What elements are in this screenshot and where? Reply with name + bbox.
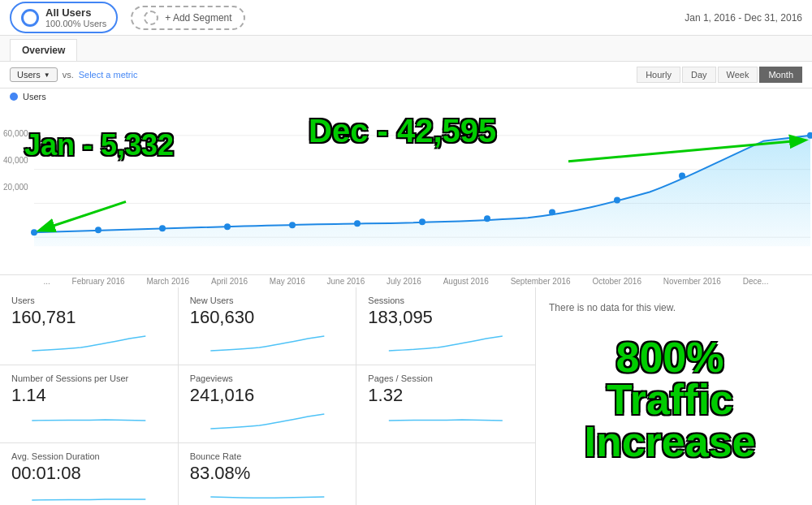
chart-legend: Users bbox=[0, 88, 812, 105]
vs-label: vs. bbox=[63, 70, 74, 80]
time-btn-week[interactable]: Week bbox=[718, 67, 758, 83]
sparkline-avg-duration bbox=[11, 487, 166, 505]
annotation-jan: Jan - 5,332 bbox=[24, 129, 174, 162]
stat-card-bounce-rate: Bounce Rate 83.08% bbox=[179, 443, 357, 505]
segment-info: All Users 100.00% Users bbox=[45, 6, 106, 28]
stat-label-sessions-per-user: Number of Sessions per User bbox=[11, 373, 166, 383]
stat-value-pageviews: 241,016 bbox=[190, 385, 345, 406]
select-metric-link[interactable]: Select a metric bbox=[79, 70, 138, 80]
segment-icon bbox=[21, 9, 39, 27]
x-label-oct: October 2016 bbox=[592, 277, 641, 286]
svg-point-9 bbox=[354, 220, 361, 227]
add-segment-circle-icon bbox=[144, 11, 158, 25]
segment-name: All Users bbox=[45, 6, 106, 19]
sparkline-pageviews bbox=[190, 409, 345, 432]
time-btn-hourly[interactable]: Hourly bbox=[637, 67, 680, 83]
stat-value-avg-duration: 00:01:08 bbox=[11, 463, 166, 484]
date-range: Jan 1, 2016 - Dec 31, 2016 bbox=[685, 12, 802, 24]
chevron-down-icon: ▼ bbox=[44, 71, 50, 79]
annotation-dec: Dec - 42,595 bbox=[309, 113, 496, 149]
stat-label-pages-per-session: Pages / Session bbox=[368, 373, 524, 383]
stat-label-sessions: Sessions bbox=[368, 296, 524, 305]
sparkline-pages-per-session bbox=[368, 409, 524, 432]
no-data-text: There is no data for this view. bbox=[549, 302, 676, 313]
x-label-jul: July 2016 bbox=[387, 277, 421, 286]
x-label-apr: April 2016 bbox=[211, 277, 248, 286]
sparkline-new-users bbox=[190, 331, 345, 354]
svg-line-16 bbox=[41, 201, 126, 230]
x-label-0: ... bbox=[43, 277, 50, 286]
time-buttons: Hourly Day Week Month bbox=[637, 67, 802, 83]
sparkline-sessions bbox=[368, 331, 524, 354]
svg-point-10 bbox=[419, 218, 425, 225]
add-segment-button[interactable]: + Add Segment bbox=[131, 6, 244, 30]
svg-point-6 bbox=[159, 225, 166, 231]
x-label-feb: February 2016 bbox=[72, 277, 125, 286]
chart-area: 60,000 40,000 20,000 bbox=[0, 105, 812, 275]
metric-label: Users bbox=[17, 70, 41, 80]
svg-point-5 bbox=[95, 227, 102, 233]
add-segment-label: + Add Segment bbox=[165, 12, 231, 24]
stat-label-bounce-rate: Bounce Rate bbox=[190, 451, 345, 461]
stat-card-avg-duration: Avg. Session Duration 00:01:08 bbox=[0, 443, 179, 505]
stats-section: Users 160,781 New Users 160,630 Sessions… bbox=[0, 287, 812, 505]
svg-point-7 bbox=[224, 223, 231, 230]
x-label-may: May 2016 bbox=[270, 277, 305, 286]
sparkline-bounce-rate bbox=[190, 487, 345, 505]
stat-card-pageviews: Pageviews 241,016 bbox=[179, 365, 357, 443]
tab-bar: Overview bbox=[0, 36, 812, 62]
sparkline-users bbox=[11, 331, 166, 354]
stat-value-users: 160,781 bbox=[11, 307, 166, 328]
stat-value-sessions: 183,095 bbox=[368, 307, 524, 328]
metric-dropdown[interactable]: Users ▼ bbox=[10, 67, 58, 82]
stat-value-pages-per-session: 1.32 bbox=[368, 385, 524, 406]
annotation-800pct: 800%TrafficIncrease bbox=[536, 336, 804, 463]
stat-label-avg-duration: Avg. Session Duration bbox=[11, 451, 166, 461]
stat-card-users: Users 160,781 bbox=[0, 287, 179, 365]
time-btn-month[interactable]: Month bbox=[759, 67, 802, 83]
segment-pct: 100.00% Users bbox=[45, 19, 106, 28]
stat-card-sessions-per-user: Number of Sessions per User 1.14 bbox=[0, 365, 179, 443]
stat-value-sessions-per-user: 1.14 bbox=[11, 385, 166, 406]
stat-card-pages-per-session: Pages / Session 1.32 bbox=[356, 365, 535, 443]
stat-value-new-users: 160,630 bbox=[190, 307, 345, 328]
legend-dot-icon bbox=[10, 93, 18, 101]
stat-card-sessions: Sessions 183,095 bbox=[356, 287, 535, 365]
x-label-sep: September 2016 bbox=[511, 277, 571, 286]
time-btn-day[interactable]: Day bbox=[682, 67, 716, 83]
stat-card-new-users: New Users 160,630 bbox=[179, 287, 357, 365]
metric-selector: Users ▼ vs. Select a metric bbox=[10, 67, 137, 82]
right-panel: There is no data for this view. 800%Traf… bbox=[536, 287, 812, 505]
svg-point-13 bbox=[614, 196, 620, 203]
stat-label-new-users: New Users bbox=[190, 296, 345, 305]
svg-point-12 bbox=[549, 209, 555, 215]
stats-grid: Users 160,781 New Users 160,630 Sessions… bbox=[0, 287, 536, 505]
svg-point-8 bbox=[289, 222, 296, 228]
x-label-nov: November 2016 bbox=[663, 277, 721, 286]
x-label-jun: June 2016 bbox=[327, 277, 365, 286]
x-label-dec: Dece... bbox=[743, 277, 769, 286]
stat-label-pageviews: Pageviews bbox=[190, 373, 345, 383]
svg-point-4 bbox=[31, 229, 37, 235]
legend-label: Users bbox=[23, 92, 46, 101]
chart-controls: Users ▼ vs. Select a metric Hourly Day W… bbox=[0, 62, 812, 88]
x-label-mar: March 2016 bbox=[146, 277, 189, 286]
tab-overview[interactable]: Overview bbox=[10, 39, 77, 61]
svg-point-11 bbox=[484, 215, 490, 222]
x-label-aug: August 2016 bbox=[443, 277, 489, 286]
stat-label-users: Users bbox=[11, 296, 166, 305]
stat-value-bounce-rate: 83.08% bbox=[190, 463, 345, 484]
x-axis-labels: ... February 2016 March 2016 April 2016 … bbox=[0, 275, 812, 287]
segment-bar: All Users 100.00% Users + Add Segment Ja… bbox=[0, 0, 812, 36]
svg-point-14 bbox=[679, 173, 685, 179]
stat-card-empty bbox=[356, 443, 535, 505]
all-users-segment[interactable]: All Users 100.00% Users bbox=[10, 2, 118, 33]
chart-wrapper: 60,000 40,000 20,000 bbox=[0, 105, 812, 287]
sparkline-sessions-per-user bbox=[11, 409, 166, 432]
